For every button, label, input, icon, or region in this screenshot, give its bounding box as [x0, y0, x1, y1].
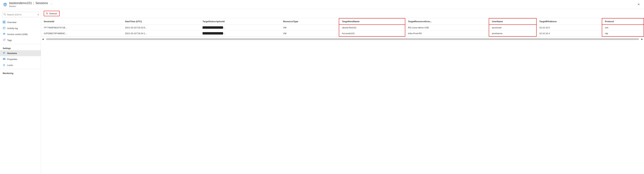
- svg-rect-7: [4, 22, 5, 23]
- cell-protocol-2: rdp: [602, 31, 644, 37]
- svg-rect-5: [4, 21, 5, 22]
- tags-label: Tags: [7, 39, 12, 42]
- sessions-label: Sessions: [7, 52, 17, 55]
- refresh-label: Refresh: [49, 12, 57, 15]
- sessions-table: SessionId StartTime (UTC) TargetSubscrip…: [41, 18, 644, 37]
- title-separator: |: [33, 1, 34, 5]
- svg-rect-6: [3, 22, 4, 23]
- svg-rect-19: [4, 58, 4, 60]
- cell-hostname-1: ubuntuTest101: [339, 25, 405, 31]
- search-icon: [4, 13, 6, 16]
- nav-sessions[interactable]: Sessions: [0, 50, 41, 56]
- activity-log-label: Activity log: [7, 27, 18, 30]
- overview-icon: [3, 21, 6, 24]
- col-target-hostname: TargetHostName: [339, 18, 405, 25]
- svg-rect-21: [4, 65, 5, 66]
- svg-point-2: [4, 13, 6, 15]
- properties-label: Properties: [7, 58, 17, 61]
- title-info: bastiondemo101 | Sessions ... Bastion: [9, 1, 54, 8]
- monitoring-section-label: Monitoring: [0, 70, 41, 75]
- nav-tags[interactable]: Tags: [0, 37, 41, 43]
- col-username: UserName: [489, 18, 536, 25]
- main-content: « Overview: [0, 9, 644, 174]
- svg-line-3: [5, 15, 6, 15]
- svg-rect-18: [3, 58, 4, 60]
- scroll-left-arrow[interactable]: ◀: [41, 38, 45, 41]
- bastion-icon: [3, 2, 8, 7]
- cell-protocol-1: ssh: [602, 25, 644, 31]
- table-row[interactable]: 7F77940F68157471B... 2021-03-31T19:23:5.…: [41, 25, 644, 31]
- activity-log-icon: [3, 27, 6, 30]
- more-button[interactable]: ...: [49, 1, 54, 5]
- cell-start-time-1: 2021-03-31T19:23:5...: [122, 25, 200, 31]
- col-target-ip: TargetIPAddress: [536, 18, 602, 25]
- nav-access-control[interactable]: Access control (IAM): [0, 31, 41, 37]
- cell-target-ip-2: 10.10.10.4: [536, 31, 602, 37]
- nav-properties[interactable]: Properties: [0, 56, 41, 62]
- cell-resource-group-2: Infra-Prod-RG: [405, 31, 489, 37]
- page-name: Sessions: [36, 1, 48, 5]
- cell-username-1: azureuser: [489, 25, 536, 31]
- toolbar: ↻ Refresh: [41, 9, 644, 18]
- cell-subscription-id-1: -...: [200, 25, 280, 31]
- search-input[interactable]: [7, 13, 36, 16]
- table-container[interactable]: SessionId StartTime (UTC) TargetSubscrip…: [41, 18, 644, 174]
- title-bar-left: bastiondemo101 | Sessions ... Bastion: [3, 1, 636, 8]
- sessions-icon: [3, 52, 6, 55]
- cell-username-2: amsharma: [489, 31, 536, 37]
- nav-overview[interactable]: Overview: [0, 19, 41, 25]
- col-subscription-id: TargetSubscriptionId: [200, 18, 280, 25]
- overview-label: Overview: [7, 21, 16, 24]
- tags-icon: [3, 39, 6, 42]
- refresh-button[interactable]: ↻ Refresh: [44, 11, 60, 16]
- cell-target-ip-1: 10.10.10.5: [536, 25, 602, 31]
- cell-resource-type-2: VM: [280, 31, 339, 37]
- nav-locks[interactable]: Locks: [0, 62, 41, 68]
- cell-resource-type-1: VM: [280, 25, 339, 31]
- access-control-icon: [3, 33, 6, 36]
- properties-icon: [3, 58, 6, 61]
- locks-label: Locks: [7, 64, 13, 67]
- access-control-label: Access control (IAM): [7, 33, 28, 36]
- svg-point-14: [4, 39, 5, 40]
- sidebar: « Overview: [0, 9, 41, 174]
- svg-rect-8: [3, 27, 5, 29]
- scroll-right-arrow[interactable]: ▶: [640, 38, 644, 41]
- col-session-id: SessionId: [41, 18, 122, 25]
- content-area: ↻ Refresh SessionId StartTime (UTC) Targ…: [41, 9, 644, 174]
- cell-resource-group-1: RG-Linux-demo-USE: [405, 25, 489, 31]
- divider-2: [0, 69, 41, 69]
- cell-session-id-1: 7F77940F68157471B...: [41, 25, 122, 31]
- scrollbar-container[interactable]: ◀ ▶: [41, 37, 644, 41]
- settings-section-label: Settings: [0, 45, 41, 50]
- cell-session-id-2: A2FD8B275F489E9C...: [41, 31, 122, 37]
- cell-hostname-2: Accounts101: [339, 31, 405, 37]
- divider-1: [0, 44, 41, 44]
- resource-name: bastiondemo101: [9, 1, 32, 5]
- horizontal-scrollbar[interactable]: [46, 38, 639, 40]
- cell-subscription-id-2: -...: [200, 31, 280, 37]
- collapse-button[interactable]: «: [37, 13, 40, 16]
- title-bar: bastiondemo101 | Sessions ... Bastion ✕: [0, 0, 644, 9]
- svg-rect-4: [3, 21, 4, 22]
- close-button[interactable]: ✕: [636, 2, 641, 7]
- table-header-row: SessionId StartTime (UTC) TargetSubscrip…: [41, 18, 644, 25]
- subtitle: Bastion: [9, 5, 54, 8]
- app-container: bastiondemo101 | Sessions ... Bastion ✕: [0, 0, 644, 174]
- col-target-resource-group: TargetResourceGrou...: [405, 18, 489, 25]
- table-row[interactable]: A2FD8B275F489E9C... 2021-03-31T19:24:1..…: [41, 31, 644, 37]
- col-resource-type: ResourceType: [280, 18, 339, 25]
- locks-icon: [3, 64, 6, 67]
- nav-activity-log[interactable]: Activity log: [0, 25, 41, 31]
- cell-start-time-2: 2021-03-31T19:24:1...: [122, 31, 200, 37]
- col-start-time: StartTime (UTC): [122, 18, 200, 25]
- col-protocol: Protocol: [602, 18, 644, 25]
- refresh-icon: ↻: [46, 12, 48, 15]
- svg-rect-20: [5, 59, 5, 60]
- search-box[interactable]: «: [2, 12, 39, 17]
